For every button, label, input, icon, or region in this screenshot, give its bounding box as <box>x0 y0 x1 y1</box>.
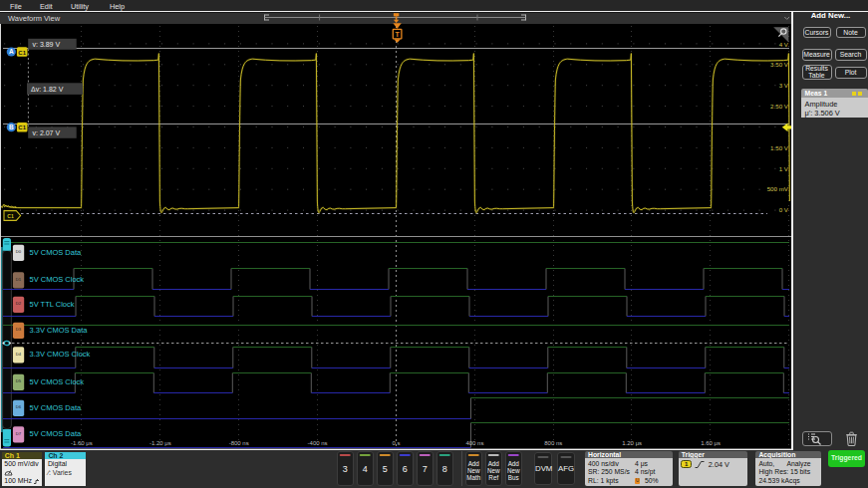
svg-text:1.20 μs: 1.20 μs <box>622 440 642 446</box>
svg-text:C1: C1 <box>18 124 26 130</box>
svg-text:500 mV: 500 mV <box>767 185 789 192</box>
svg-text:-1.20 μs: -1.20 μs <box>149 440 171 446</box>
svg-text:5V TTL Clock: 5V TTL Clock <box>30 300 75 309</box>
svg-text:1.50 V: 1.50 V <box>770 144 789 151</box>
svg-text:3.50 V: 3.50 V <box>770 61 789 68</box>
svg-text:v: 3.89 V: v: 3.89 V <box>33 41 61 48</box>
svg-text:D7: D7 <box>16 431 22 436</box>
svg-text:-400 ns: -400 ns <box>308 440 328 446</box>
svg-text:3 V: 3 V <box>779 82 789 89</box>
svg-text:A: A <box>9 48 14 55</box>
svg-text:B: B <box>9 123 14 130</box>
svg-text:D5: D5 <box>16 378 22 383</box>
svg-text:D0: D0 <box>16 249 22 254</box>
svg-text:800 ns: 800 ns <box>544 440 562 446</box>
svg-text:C1: C1 <box>7 213 14 219</box>
svg-text:5V CMOS Data: 5V CMOS Data <box>30 248 83 257</box>
svg-text:1.60 μs: 1.60 μs <box>701 440 721 446</box>
svg-text:5V CMOS Clock: 5V CMOS Clock <box>30 275 85 284</box>
svg-text:0 V: 0 V <box>779 206 789 213</box>
svg-text:0 s: 0 s <box>392 440 400 446</box>
svg-text:1 V: 1 V <box>779 165 789 172</box>
svg-text:D1: D1 <box>16 277 22 282</box>
svg-text:D2: D2 <box>16 301 22 306</box>
svg-text:-800 ns: -800 ns <box>229 440 249 446</box>
svg-text:C1: C1 <box>18 50 26 56</box>
svg-text:5V CMOS Data: 5V CMOS Data <box>30 403 83 412</box>
svg-text:D3: D3 <box>16 327 22 332</box>
svg-text:Waveform View: Waveform View <box>8 14 61 23</box>
svg-text:5V CMOS Clock: 5V CMOS Clock <box>30 377 85 386</box>
svg-text:D4: D4 <box>16 352 22 357</box>
svg-text:5V CMOS Data: 5V CMOS Data <box>30 429 83 438</box>
svg-text:T: T <box>395 31 400 38</box>
svg-text:D6: D6 <box>16 404 22 409</box>
svg-text:400 ns: 400 ns <box>465 440 483 446</box>
svg-text:Δv: 1.82 V: Δv: 1.82 V <box>31 86 64 93</box>
svg-text:-1.60 μs: -1.60 μs <box>71 440 93 446</box>
svg-text:3.3V CMOS Clock: 3.3V CMOS Clock <box>30 350 91 359</box>
svg-text:4 V: 4 V <box>779 41 789 48</box>
svg-text:v: 2.07 V: v: 2.07 V <box>33 129 61 136</box>
svg-text:2.50 V: 2.50 V <box>770 103 789 110</box>
svg-text:3.3V CMOS Data: 3.3V CMOS Data <box>30 326 89 335</box>
